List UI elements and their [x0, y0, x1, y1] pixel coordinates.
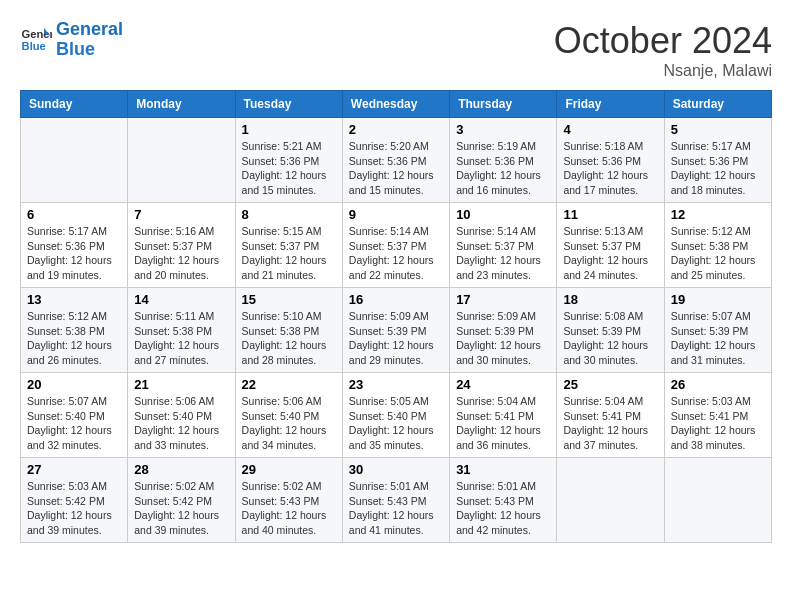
day-number: 30 [349, 462, 443, 477]
month-title: October 2024 [554, 20, 772, 62]
day-info: Sunrise: 5:02 AMSunset: 5:42 PMDaylight:… [134, 479, 228, 538]
day-info: Sunrise: 5:17 AMSunset: 5:36 PMDaylight:… [671, 139, 765, 198]
calendar-cell: 13Sunrise: 5:12 AMSunset: 5:38 PMDayligh… [21, 288, 128, 373]
calendar-cell: 7Sunrise: 5:16 AMSunset: 5:37 PMDaylight… [128, 203, 235, 288]
day-number: 3 [456, 122, 550, 137]
week-row-5: 27Sunrise: 5:03 AMSunset: 5:42 PMDayligh… [21, 458, 772, 543]
calendar-cell: 27Sunrise: 5:03 AMSunset: 5:42 PMDayligh… [21, 458, 128, 543]
weekday-header-tuesday: Tuesday [235, 91, 342, 118]
calendar-cell [128, 118, 235, 203]
weekday-header-thursday: Thursday [450, 91, 557, 118]
day-info: Sunrise: 5:09 AMSunset: 5:39 PMDaylight:… [456, 309, 550, 368]
day-info: Sunrise: 5:09 AMSunset: 5:39 PMDaylight:… [349, 309, 443, 368]
day-info: Sunrise: 5:11 AMSunset: 5:38 PMDaylight:… [134, 309, 228, 368]
calendar-cell: 25Sunrise: 5:04 AMSunset: 5:41 PMDayligh… [557, 373, 664, 458]
calendar-cell: 19Sunrise: 5:07 AMSunset: 5:39 PMDayligh… [664, 288, 771, 373]
day-info: Sunrise: 5:20 AMSunset: 5:36 PMDaylight:… [349, 139, 443, 198]
day-info: Sunrise: 5:14 AMSunset: 5:37 PMDaylight:… [456, 224, 550, 283]
day-number: 10 [456, 207, 550, 222]
day-number: 24 [456, 377, 550, 392]
day-number: 1 [242, 122, 336, 137]
day-info: Sunrise: 5:14 AMSunset: 5:37 PMDaylight:… [349, 224, 443, 283]
day-info: Sunrise: 5:01 AMSunset: 5:43 PMDaylight:… [456, 479, 550, 538]
calendar-cell: 22Sunrise: 5:06 AMSunset: 5:40 PMDayligh… [235, 373, 342, 458]
day-number: 5 [671, 122, 765, 137]
calendar-cell: 11Sunrise: 5:13 AMSunset: 5:37 PMDayligh… [557, 203, 664, 288]
day-number: 14 [134, 292, 228, 307]
day-info: Sunrise: 5:03 AMSunset: 5:42 PMDaylight:… [27, 479, 121, 538]
day-info: Sunrise: 5:07 AMSunset: 5:40 PMDaylight:… [27, 394, 121, 453]
calendar-cell: 28Sunrise: 5:02 AMSunset: 5:42 PMDayligh… [128, 458, 235, 543]
calendar-cell: 10Sunrise: 5:14 AMSunset: 5:37 PMDayligh… [450, 203, 557, 288]
calendar-cell: 31Sunrise: 5:01 AMSunset: 5:43 PMDayligh… [450, 458, 557, 543]
day-info: Sunrise: 5:16 AMSunset: 5:37 PMDaylight:… [134, 224, 228, 283]
day-info: Sunrise: 5:06 AMSunset: 5:40 PMDaylight:… [242, 394, 336, 453]
weekday-header-saturday: Saturday [664, 91, 771, 118]
day-info: Sunrise: 5:06 AMSunset: 5:40 PMDaylight:… [134, 394, 228, 453]
calendar-cell: 16Sunrise: 5:09 AMSunset: 5:39 PMDayligh… [342, 288, 449, 373]
calendar-cell: 24Sunrise: 5:04 AMSunset: 5:41 PMDayligh… [450, 373, 557, 458]
location: Nsanje, Malawi [554, 62, 772, 80]
day-info: Sunrise: 5:12 AMSunset: 5:38 PMDaylight:… [671, 224, 765, 283]
day-info: Sunrise: 5:02 AMSunset: 5:43 PMDaylight:… [242, 479, 336, 538]
week-row-2: 6Sunrise: 5:17 AMSunset: 5:36 PMDaylight… [21, 203, 772, 288]
day-number: 22 [242, 377, 336, 392]
calendar-cell: 17Sunrise: 5:09 AMSunset: 5:39 PMDayligh… [450, 288, 557, 373]
day-number: 25 [563, 377, 657, 392]
day-info: Sunrise: 5:04 AMSunset: 5:41 PMDaylight:… [563, 394, 657, 453]
calendar-cell: 2Sunrise: 5:20 AMSunset: 5:36 PMDaylight… [342, 118, 449, 203]
day-number: 27 [27, 462, 121, 477]
day-number: 21 [134, 377, 228, 392]
calendar-cell: 29Sunrise: 5:02 AMSunset: 5:43 PMDayligh… [235, 458, 342, 543]
day-number: 31 [456, 462, 550, 477]
svg-text:Blue: Blue [22, 39, 46, 51]
page-header: General Blue GeneralBlue October 2024 Ns… [20, 20, 772, 80]
logo-text: GeneralBlue [56, 20, 123, 60]
calendar-cell: 4Sunrise: 5:18 AMSunset: 5:36 PMDaylight… [557, 118, 664, 203]
day-info: Sunrise: 5:15 AMSunset: 5:37 PMDaylight:… [242, 224, 336, 283]
day-number: 6 [27, 207, 121, 222]
day-number: 26 [671, 377, 765, 392]
calendar-cell [557, 458, 664, 543]
logo-icon: General Blue [20, 24, 52, 56]
calendar-cell: 5Sunrise: 5:17 AMSunset: 5:36 PMDaylight… [664, 118, 771, 203]
day-info: Sunrise: 5:07 AMSunset: 5:39 PMDaylight:… [671, 309, 765, 368]
day-info: Sunrise: 5:18 AMSunset: 5:36 PMDaylight:… [563, 139, 657, 198]
week-row-3: 13Sunrise: 5:12 AMSunset: 5:38 PMDayligh… [21, 288, 772, 373]
day-info: Sunrise: 5:12 AMSunset: 5:38 PMDaylight:… [27, 309, 121, 368]
calendar-cell: 23Sunrise: 5:05 AMSunset: 5:40 PMDayligh… [342, 373, 449, 458]
week-row-1: 1Sunrise: 5:21 AMSunset: 5:36 PMDaylight… [21, 118, 772, 203]
day-number: 12 [671, 207, 765, 222]
day-number: 20 [27, 377, 121, 392]
weekday-header-monday: Monday [128, 91, 235, 118]
calendar-cell: 14Sunrise: 5:11 AMSunset: 5:38 PMDayligh… [128, 288, 235, 373]
day-number: 4 [563, 122, 657, 137]
day-info: Sunrise: 5:08 AMSunset: 5:39 PMDaylight:… [563, 309, 657, 368]
day-number: 15 [242, 292, 336, 307]
calendar-cell: 1Sunrise: 5:21 AMSunset: 5:36 PMDaylight… [235, 118, 342, 203]
logo: General Blue GeneralBlue [20, 20, 123, 60]
day-info: Sunrise: 5:01 AMSunset: 5:43 PMDaylight:… [349, 479, 443, 538]
day-info: Sunrise: 5:21 AMSunset: 5:36 PMDaylight:… [242, 139, 336, 198]
calendar-cell: 15Sunrise: 5:10 AMSunset: 5:38 PMDayligh… [235, 288, 342, 373]
day-number: 13 [27, 292, 121, 307]
day-number: 9 [349, 207, 443, 222]
day-info: Sunrise: 5:13 AMSunset: 5:37 PMDaylight:… [563, 224, 657, 283]
day-info: Sunrise: 5:03 AMSunset: 5:41 PMDaylight:… [671, 394, 765, 453]
weekday-header-wednesday: Wednesday [342, 91, 449, 118]
day-number: 11 [563, 207, 657, 222]
calendar-cell: 18Sunrise: 5:08 AMSunset: 5:39 PMDayligh… [557, 288, 664, 373]
day-info: Sunrise: 5:19 AMSunset: 5:36 PMDaylight:… [456, 139, 550, 198]
day-number: 8 [242, 207, 336, 222]
calendar-cell: 9Sunrise: 5:14 AMSunset: 5:37 PMDaylight… [342, 203, 449, 288]
week-row-4: 20Sunrise: 5:07 AMSunset: 5:40 PMDayligh… [21, 373, 772, 458]
calendar-cell: 21Sunrise: 5:06 AMSunset: 5:40 PMDayligh… [128, 373, 235, 458]
day-info: Sunrise: 5:05 AMSunset: 5:40 PMDaylight:… [349, 394, 443, 453]
month-info: October 2024 Nsanje, Malawi [554, 20, 772, 80]
calendar-cell: 8Sunrise: 5:15 AMSunset: 5:37 PMDaylight… [235, 203, 342, 288]
day-number: 23 [349, 377, 443, 392]
calendar-cell: 20Sunrise: 5:07 AMSunset: 5:40 PMDayligh… [21, 373, 128, 458]
day-number: 18 [563, 292, 657, 307]
day-info: Sunrise: 5:10 AMSunset: 5:38 PMDaylight:… [242, 309, 336, 368]
calendar-cell: 30Sunrise: 5:01 AMSunset: 5:43 PMDayligh… [342, 458, 449, 543]
